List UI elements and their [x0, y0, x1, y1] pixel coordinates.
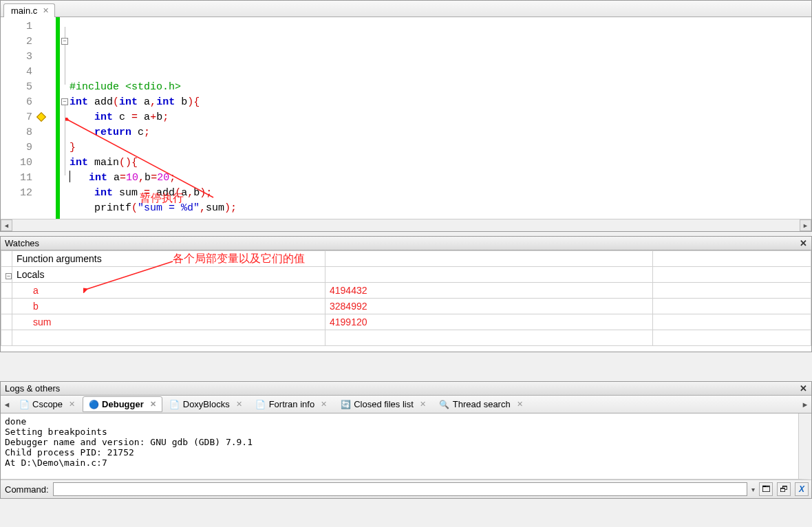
code-line[interactable]: } — [70, 140, 811, 155]
tab-label: DoxyBlocks — [183, 399, 230, 409]
tab-icon: 🔵 — [89, 400, 98, 409]
tab-icon: 📄 — [256, 400, 266, 409]
close-log-tab-icon[interactable]: ✕ — [517, 400, 523, 409]
logs-header[interactable]: Logs & others ✕ — [1, 382, 811, 396]
close-tab-icon[interactable]: ✕ — [43, 6, 49, 15]
cmd-button-2[interactable]: 🗗 — [777, 482, 791, 496]
editor-tab-bar: main.c ✕ — [1, 1, 811, 17]
command-input[interactable] — [53, 482, 747, 496]
watch-row[interactable]: b3284992 — [1, 299, 811, 314]
cmd-button-1[interactable]: 🗔 — [759, 482, 773, 496]
tab-icon: 🔄 — [341, 400, 350, 409]
file-tab-main-c[interactable]: main.c ✕ — [3, 3, 55, 17]
code-line[interactable]: return c; — [70, 125, 811, 140]
code-line[interactable]: int add(int a,int b){ — [70, 95, 811, 110]
watches-header[interactable]: Watches ✕ — [1, 237, 811, 250]
breakpoint-marker[interactable] — [36, 112, 46, 122]
code-line[interactable]: int c = a+b; — [70, 110, 811, 125]
tab-icon: 📄 — [19, 400, 29, 409]
code-text-area[interactable]: 暂停执行 #include <stdio.h>int add(int a,int… — [70, 17, 811, 219]
log-tab-closed-files-list[interactable]: 🔄Closed files list✕ — [334, 396, 432, 412]
watch-row[interactable]: a4194432 — [1, 283, 811, 299]
code-line[interactable]: printf("sum = %d",sum); — [70, 201, 811, 216]
code-line[interactable]: int main(){ — [70, 155, 811, 171]
close-log-tab-icon[interactable]: ✕ — [236, 400, 242, 409]
logs-close-icon[interactable]: ✕ — [800, 383, 807, 394]
close-log-tab-icon[interactable]: ✕ — [420, 400, 426, 409]
watches-close-icon[interactable]: ✕ — [800, 238, 807, 248]
tab-icon: 📄 — [170, 400, 180, 409]
close-log-tab-icon[interactable]: ✕ — [321, 400, 327, 409]
logs-tab-bar: ◄ 📄Cscope✕🔵Debugger✕📄DoxyBlocks✕📄Fortran… — [1, 396, 811, 413]
editor-h-scrollbar[interactable]: ◄ ► — [1, 219, 811, 231]
line-gutter[interactable]: 123456789101112 — [1, 17, 56, 219]
watches-title: Watches — [5, 238, 39, 248]
watch-row[interactable]: −Locals — [1, 267, 811, 283]
tabs-scroll-right-icon[interactable]: ► — [800, 400, 810, 409]
cmd-button-clear[interactable]: X — [795, 482, 809, 496]
debugger-output[interactable]: done Setting breakpoints Debugger name a… — [1, 413, 811, 480]
tab-label: Cscope — [32, 399, 63, 409]
watches-body[interactable]: Function arguments−Localsa4194432b328499… — [1, 250, 811, 352]
code-line[interactable]: #include <stdio.h> — [70, 80, 811, 95]
log-tab-fortran-info[interactable]: 📄Fortran info✕ — [250, 396, 333, 412]
watch-row[interactable]: sum4199120 — [1, 314, 811, 330]
code-line[interactable]: int sum = add(a,b); — [70, 186, 811, 201]
watch-row[interactable]: Function arguments — [1, 251, 811, 267]
fold-column[interactable]: −− — [60, 17, 70, 219]
logs-title: Logs & others — [5, 383, 60, 394]
logs-panel: Logs & others ✕ ◄ 📄Cscope✕🔵Debugger✕📄Dox… — [0, 381, 812, 499]
tab-label: Fortran info — [269, 399, 314, 409]
log-tab-cscope[interactable]: 📄Cscope✕ — [13, 396, 81, 412]
fold-toggle-icon[interactable]: − — [61, 38, 68, 45]
tab-label: Debugger — [102, 399, 144, 409]
code-line[interactable]: return 0; — [70, 216, 811, 219]
log-tab-thread-search[interactable]: 🔍Thread search✕ — [434, 396, 529, 412]
close-log-tab-icon[interactable]: ✕ — [69, 400, 75, 409]
command-row: Command: ▾ 🗔 🗗 X — [1, 480, 811, 498]
tab-icon: 🔍 — [440, 400, 449, 409]
log-tab-debugger[interactable]: 🔵Debugger✕ — [83, 396, 162, 412]
file-tab-label: main.c — [11, 6, 37, 16]
watches-panel: Watches ✕ Function arguments−Localsa4194… — [0, 236, 812, 352]
fold-toggle-icon[interactable]: − — [61, 98, 68, 105]
watches-table[interactable]: Function arguments−Localsa4194432b328499… — [1, 250, 811, 346]
code-editor-pane: main.c ✕ 123456789101112 −− 暂停执行 #includ… — [0, 0, 812, 232]
scroll-left-button[interactable]: ◄ — [1, 219, 12, 231]
code-line[interactable]: int a=10,b=20; — [70, 171, 811, 186]
tab-label: Closed files list — [354, 399, 414, 409]
scroll-right-button[interactable]: ► — [800, 219, 811, 231]
tabs-scroll-left-icon[interactable]: ◄ — [2, 400, 12, 409]
scroll-track[interactable] — [12, 219, 800, 231]
debugger-output-text: done Setting breakpoints Debugger name a… — [5, 416, 795, 468]
log-tab-doxyblocks[interactable]: 📄DoxyBlocks✕ — [164, 396, 248, 412]
command-label: Command: — [5, 484, 49, 495]
tab-label: Thread search — [453, 399, 511, 409]
code-body[interactable]: 123456789101112 −− 暂停执行 #include <stdio.… — [1, 17, 811, 219]
close-log-tab-icon[interactable]: ✕ — [150, 400, 156, 409]
